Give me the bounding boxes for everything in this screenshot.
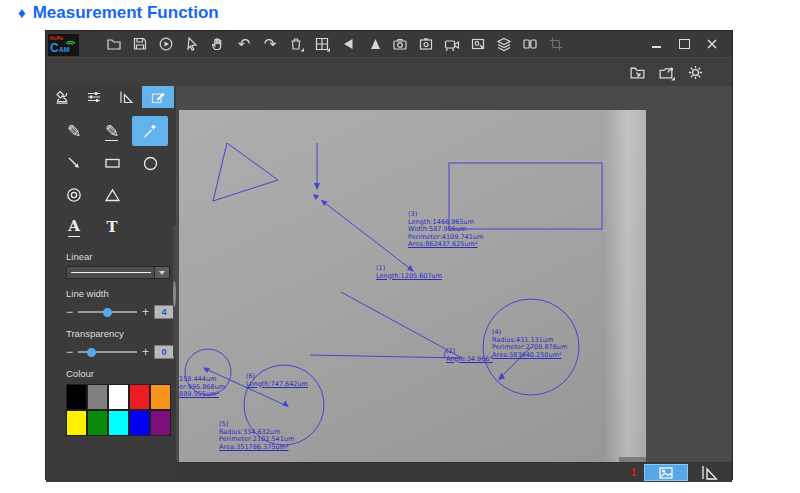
play-icon[interactable]	[157, 35, 175, 53]
undo-icon[interactable]: ↶	[235, 35, 253, 53]
bottom-bar: 1	[176, 462, 732, 482]
tool-ellipse[interactable]	[132, 148, 168, 178]
drawn-triangle	[213, 143, 278, 201]
split-view-icon[interactable]	[521, 35, 539, 53]
close-button[interactable]	[706, 38, 718, 50]
image-icon	[659, 467, 673, 479]
colour-swatch[interactable]	[129, 384, 150, 410]
transparency-section: Transparency − + 0	[46, 328, 176, 359]
minimize-button[interactable]	[650, 38, 662, 50]
open-image-folder-icon[interactable]	[628, 63, 646, 81]
colour-swatch[interactable]	[108, 384, 129, 410]
marker-baseline	[105, 140, 118, 142]
tool-arrow-line[interactable]	[56, 148, 92, 178]
transparency-label: Transparency	[66, 328, 176, 339]
colour-label: Colour	[66, 368, 176, 379]
open-folder-icon[interactable]	[105, 35, 123, 53]
page-title-text: Measurement Function	[33, 3, 219, 22]
hand-pan-icon[interactable]	[209, 35, 227, 53]
export-folder-icon[interactable]	[657, 63, 675, 81]
annotation-5[interactable]: (5)Radius:334.632umPerimeter:2102.541umA…	[219, 421, 294, 451]
tool-underline-text[interactable]: A	[56, 212, 92, 242]
measure-view-button[interactable]	[696, 464, 722, 481]
linear-label: Linear	[66, 251, 176, 262]
annotation-6[interactable]: (6)Length:747.642um	[246, 373, 308, 388]
annotation-line: Area:862437.625um²	[408, 241, 483, 249]
settings-gear-icon[interactable]	[686, 63, 704, 81]
tool-magic-wand[interactable]	[132, 116, 168, 146]
colour-swatch[interactable]	[150, 410, 171, 436]
annotation-1[interactable]: (1)Length:1205.607um	[376, 265, 442, 280]
logo-wifi-icon	[65, 38, 76, 45]
annotation-7-clipped[interactable]: 158.444umer:995.868um889.555um²	[179, 376, 225, 399]
line-width-value: 4	[154, 305, 174, 319]
tool-pencil[interactable]: ✎	[56, 116, 92, 146]
layers-icon[interactable]	[495, 35, 513, 53]
window-controls	[650, 38, 732, 50]
main-toolbar: ↶ ↷	[105, 35, 565, 53]
transparency-slider: − + 0	[66, 345, 174, 359]
save-icon[interactable]	[131, 35, 149, 53]
app-window: KoPa CAM ↶ ↷	[45, 30, 733, 480]
specimen-image[interactable]: (1)Length:1205.607um (2)Angle:34.966° (3…	[179, 110, 646, 462]
colour-swatch[interactable]	[129, 410, 150, 436]
tab-adjustments[interactable]	[78, 86, 110, 108]
dropdown-button[interactable]	[154, 267, 169, 278]
colour-swatch[interactable]	[150, 384, 171, 410]
colour-swatch[interactable]	[66, 384, 87, 410]
annotation-line: Length:1205.607um	[376, 273, 442, 281]
image-count-badge: 1	[630, 467, 636, 478]
line-width-thumb[interactable]	[103, 308, 112, 317]
minus-button[interactable]: −	[66, 347, 73, 357]
flip-horizontal-icon[interactable]	[339, 35, 357, 53]
tab-draw[interactable]	[142, 86, 174, 108]
sidebar: ✎ ✎ A T Linear	[46, 86, 176, 482]
sidebar-tabs	[46, 86, 176, 108]
flip-vertical-icon[interactable]	[365, 35, 383, 53]
gallery-view-button[interactable]	[644, 464, 688, 481]
length-line-1	[321, 200, 412, 270]
tool-triangle[interactable]	[94, 180, 130, 210]
plus-button[interactable]: +	[142, 307, 149, 317]
cursor-icon[interactable]	[183, 35, 201, 53]
grid-icon[interactable]	[313, 35, 331, 53]
delete-icon[interactable]	[287, 35, 305, 53]
angle-ray-1	[341, 292, 462, 358]
transparency-track[interactable]	[78, 351, 137, 353]
colour-swatch[interactable]	[87, 384, 108, 410]
record-video-icon[interactable]	[443, 35, 461, 53]
linear-section: Linear	[46, 251, 176, 279]
snapshot-icon[interactable]	[417, 35, 435, 53]
page: ♦Measurement Function KoPa CAM ↶ ↷	[0, 0, 800, 493]
annotation-4[interactable]: (4)Radius:431.131umPerimeter:2708.876umA…	[492, 329, 567, 359]
tab-measure[interactable]	[110, 86, 142, 108]
redo-icon[interactable]: ↷	[261, 35, 279, 53]
linear-style-dropdown[interactable]	[66, 266, 170, 279]
capture-image-icon[interactable]	[469, 35, 487, 53]
page-title: ♦Measurement Function	[18, 3, 219, 23]
minus-button[interactable]: −	[66, 307, 73, 317]
tool-rectangle[interactable]	[94, 148, 130, 178]
tab-microscope[interactable]	[46, 86, 78, 108]
transparency-thumb[interactable]	[87, 348, 96, 357]
line-width-slider: − + 4	[66, 305, 174, 319]
annotation-line: Angle:34.966°	[446, 356, 493, 364]
line-width-section: Line width − + 4	[46, 288, 176, 319]
annotation-line: Length:747.642um	[246, 381, 308, 389]
line-width-track[interactable]	[78, 311, 137, 313]
maximize-button[interactable]	[678, 38, 690, 50]
tool-marker[interactable]: ✎	[94, 116, 130, 146]
tool-text[interactable]: T	[94, 212, 130, 242]
annotation-3[interactable]: (3)Length:1466.965umWidth:587.906umPerim…	[408, 211, 483, 249]
camera-icon[interactable]	[391, 35, 409, 53]
line-width-label: Line width	[66, 288, 176, 299]
annotation-2[interactable]: (2)Angle:34.966°	[446, 348, 493, 363]
plus-button[interactable]: +	[142, 347, 149, 357]
colour-swatch[interactable]	[108, 410, 129, 436]
tool-grid-spacer-1	[132, 180, 168, 210]
colour-swatch[interactable]	[87, 410, 108, 436]
line-style-preview	[67, 267, 154, 278]
set-square-icon	[700, 465, 718, 480]
tool-concentric-circle[interactable]	[56, 180, 92, 210]
colour-swatch[interactable]	[66, 410, 87, 436]
